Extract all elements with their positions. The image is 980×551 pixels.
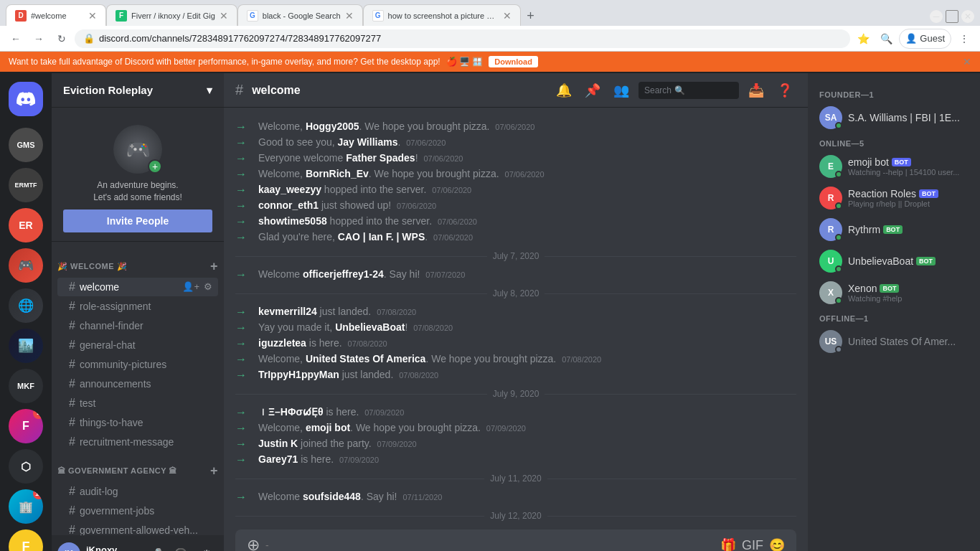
reload-button[interactable]: ↻ <box>52 29 72 49</box>
mute-button[interactable]: 🎤 <box>143 542 166 551</box>
member-info-rr: Reaction Roles BOT Playing r/help || Dro… <box>848 188 938 208</box>
add-friend-badge: + <box>148 159 162 174</box>
pin-icon[interactable]: 📌 <box>581 79 604 102</box>
channel-gov-vehicles[interactable]: # government-allowed-veh... <box>57 521 218 535</box>
server-icon-s8[interactable]: ⬡ <box>9 449 43 484</box>
server-icon-s4[interactable]: 🎮 <box>9 248 43 283</box>
search-browser-btn[interactable]: 🔍 <box>876 29 896 49</box>
server-icon-mkf[interactable]: MKF <box>9 369 43 403</box>
timestamp-m4: 07/06/2020 <box>505 170 545 179</box>
members-icon[interactable]: 👥 <box>610 79 633 102</box>
join-arrow-m11: → <box>235 321 250 334</box>
channel-community-pictures[interactable]: # community-pictures <box>57 355 218 374</box>
join-message-m9: Welcome officerjeffrey1-24. Say hi! 07/0… <box>258 268 465 280</box>
channel-channel-finder[interactable]: # channel-finder <box>57 316 218 335</box>
channel-recruitment-message[interactable]: # recruitment-message <box>57 433 218 451</box>
tab-close-discord[interactable]: ✕ <box>88 10 97 22</box>
server-icon-discord[interactable] <box>9 82 43 116</box>
timestamp-m16: 07/09/2020 <box>486 424 526 433</box>
add-channel-welcome[interactable]: + <box>210 259 218 274</box>
emoji-icon[interactable]: 😊 <box>769 537 785 551</box>
date-divider-july8: July 8, 2020 <box>224 283 808 304</box>
channel-role-assignment[interactable]: # role-assignment <box>57 297 218 316</box>
channel-general-chat[interactable]: # general-chat <box>57 336 218 354</box>
channel-sidebar: Eviction Roleplay ▾ 🎮 + An adventure beg… <box>52 73 224 551</box>
search-placeholder: Search <box>644 85 672 95</box>
tab-close-fiverr[interactable]: ✕ <box>220 10 228 22</box>
browser-menu-btn[interactable]: ⋮ <box>954 29 974 49</box>
server-icon-badge2[interactable]: 🏢 18 <box>9 489 43 524</box>
channel-welcome[interactable]: # welcome 👤+ ⚙ <box>57 278 218 296</box>
address-bar[interactable]: 🔒 discord.com/channels/72834891776209727… <box>75 29 850 48</box>
add-member-icon[interactable]: 👤+ <box>182 281 199 292</box>
back-button[interactable]: ← <box>6 29 26 49</box>
server-icon-er[interactable]: ER <box>9 208 43 242</box>
tab-close-google1[interactable]: ✕ <box>345 10 354 22</box>
tab-close-google2[interactable]: ✕ <box>503 10 512 22</box>
channel-audit-log[interactable]: # audit-log <box>57 482 218 501</box>
minimize-btn[interactable]: ─ <box>930 10 943 23</box>
chat-search-bar[interactable]: Search 🔍 <box>639 82 739 99</box>
current-user-avatar[interactable]: iK <box>57 542 80 551</box>
tab-google2[interactable]: G how to screenshot a picture on | ✕ <box>363 4 521 26</box>
member-usa[interactable]: US United States Of Amer... <box>814 326 974 357</box>
message-row-m17: → Justin K joined the party. 07/09/2020 <box>224 436 808 452</box>
server-icon-gms[interactable]: GMS <box>9 128 43 162</box>
join-message-m1: Welcome, Hoggy2005. We hope you brought … <box>258 121 534 132</box>
add-channel-gov[interactable]: + <box>210 463 218 479</box>
tab-fiverr[interactable]: F Fiverr / iknoxy / Edit Gig ✕ <box>106 4 237 26</box>
server-icon-s5[interactable]: 🌐 <box>9 288 43 323</box>
close-window-btn[interactable]: ✕ <box>961 10 974 23</box>
message-row-m12: → iguzzletea is here. 07/08/2020 <box>224 336 808 352</box>
timestamp-m6: 07/06/2020 <box>397 202 436 210</box>
notification-close[interactable]: ✕ <box>963 56 971 67</box>
notification-bell-icon[interactable]: 🔔 <box>552 79 575 102</box>
channel-government-jobs[interactable]: # government-jobs <box>57 501 218 520</box>
join-arrow-m17: → <box>235 438 250 451</box>
member-rythrm[interactable]: R Rythrm BOT <box>814 214 974 245</box>
member-sa-williams[interactable]: SA S.A. Williams | FBI | 1E... <box>814 102 974 133</box>
member-emoji-bot[interactable]: E emoji bot BOT Watching --help | 154100… <box>814 151 974 182</box>
inbox-icon[interactable]: 📥 <box>745 79 768 102</box>
timestamp-m12: 07/08/2020 <box>348 339 387 348</box>
message-row-m11: → Yay you made it, UnbelievaBoat! 07/08/… <box>224 320 808 336</box>
username-m8: CAO | Ian F. | WPS <box>338 231 425 242</box>
deafen-button[interactable]: 🎧 <box>169 542 192 551</box>
tab-title-google2: how to screenshot a picture on | <box>388 11 499 20</box>
channel-test[interactable]: # test <box>57 394 218 413</box>
member-xenon[interactable]: X Xenon BOT Watching #help <box>814 277 974 309</box>
join-message-m15: ꒐Ξ–ΗΦσω̸Ε̣θ is here. 07/09/2020 <box>258 406 404 418</box>
timestamp-m11: 07/08/2020 <box>413 324 453 332</box>
settings-icon[interactable]: ⚙ <box>204 281 212 292</box>
member-unbelievaboat[interactable]: U UnbelievaBoat BOT <box>814 245 974 277</box>
new-tab-button[interactable]: + <box>521 6 541 26</box>
server-icon-badge[interactable]: F 4 <box>9 409 43 443</box>
forward-button[interactable]: → <box>29 29 49 49</box>
member-reaction-roles[interactable]: R Reaction Roles BOT Playing r/help || D… <box>814 182 974 214</box>
message-input-field[interactable] <box>265 540 715 551</box>
user-settings-button[interactable]: ⚙ <box>195 542 218 551</box>
add-attachment-button[interactable]: ⊕ <box>247 536 260 551</box>
invite-people-button[interactable]: Invite People <box>63 209 212 232</box>
extensions-button[interactable]: ⭐ <box>853 29 873 49</box>
message-row-m16: → Welcome, emoji bot. We hope you brough… <box>224 420 808 436</box>
help-icon[interactable]: ❓ <box>773 79 796 102</box>
server-avatar-container[interactable]: 🎮 + <box>113 125 162 174</box>
server-icon-ermtf[interactable]: ERMTF <box>9 168 43 202</box>
tab-google1[interactable]: G black - Google Search ✕ <box>237 4 363 26</box>
server-icon-s9[interactable]: F <box>9 529 43 551</box>
browser-user-btn[interactable]: 👤 Guest <box>899 29 951 49</box>
server-icon-s6[interactable]: 🏙️ <box>9 329 43 363</box>
maximize-btn[interactable] <box>946 10 958 23</box>
hash-icon-general: # <box>69 339 75 352</box>
message-row-m10: → kevmerrill24 just landed. 07/08/2020 😊… <box>224 304 808 320</box>
category-government[interactable]: 🏛 GOVERNMENT AGENCY 🏛 + <box>52 452 224 481</box>
gif-icon[interactable]: GIF <box>742 538 763 552</box>
download-button[interactable]: Download <box>489 56 538 67</box>
gift-icon[interactable]: 🎁 <box>720 537 736 551</box>
tab-discord[interactable]: D #welcome ✕ <box>6 4 106 26</box>
channel-announcements[interactable]: # announcements <box>57 375 218 393</box>
channel-things-to-have[interactable]: # things-to-have <box>57 413 218 432</box>
category-welcome[interactable]: 🎉 WELCOME 🎉 + <box>52 248 224 277</box>
server-header[interactable]: Eviction Roleplay ▾ <box>52 73 224 108</box>
